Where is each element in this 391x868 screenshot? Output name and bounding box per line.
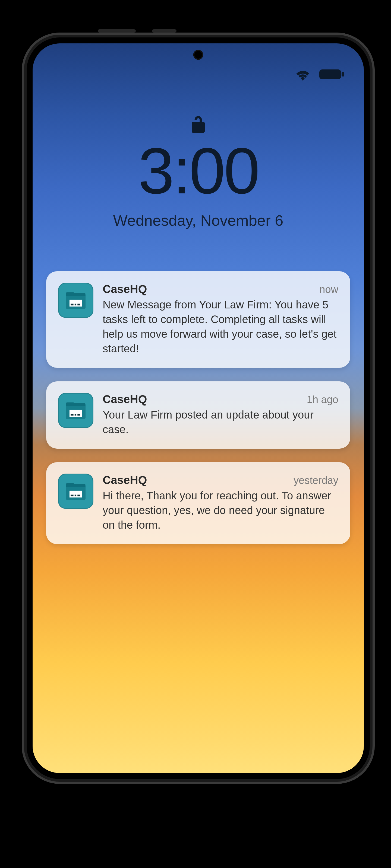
notification-app-name: CaseHQ	[103, 393, 147, 406]
battery-icon	[319, 68, 345, 82]
app-icon	[58, 283, 93, 318]
notification-card[interactable]: CaseHQ yesterday Hi there, Thank you for…	[46, 462, 350, 544]
notification-app-name: CaseHQ	[103, 283, 147, 296]
app-icon	[58, 393, 93, 428]
notification-timestamp: now	[319, 284, 338, 296]
notification-card[interactable]: CaseHQ 1h ago Your Law Firm posted an up…	[46, 381, 350, 448]
svg-rect-0	[319, 69, 341, 79]
notification-app-name: CaseHQ	[103, 474, 147, 487]
app-icon	[58, 474, 93, 509]
status-bar	[294, 68, 345, 82]
svg-rect-10	[69, 410, 82, 416]
svg-rect-4	[69, 300, 82, 307]
notification-message: Your Law Firm posted an update about you…	[103, 407, 338, 437]
phone-frame: 3:00 Wednesday, November 6	[22, 33, 375, 784]
front-camera	[193, 50, 203, 60]
svg-rect-1	[342, 72, 344, 76]
lockscreen-date: Wednesday, November 6	[33, 212, 364, 229]
notification-timestamp: yesterday	[294, 475, 338, 486]
phone-top-button	[152, 29, 176, 33]
svg-rect-5	[71, 304, 74, 305]
svg-rect-6	[75, 304, 76, 305]
svg-rect-12	[75, 414, 76, 415]
lockscreen-time: 3:00	[33, 138, 364, 204]
svg-rect-7	[77, 304, 80, 305]
notification-message: New Message from Your Law Firm: You have…	[103, 297, 338, 356]
unlock-icon	[189, 114, 207, 137]
notification-message: Hi there, Thank you for reaching out. To…	[103, 488, 338, 532]
notification-timestamp: 1h ago	[307, 394, 338, 405]
svg-rect-18	[75, 495, 76, 496]
svg-rect-19	[77, 495, 80, 496]
svg-rect-16	[69, 491, 82, 497]
notification-list: CaseHQ now New Message from Your Law Fir…	[46, 271, 350, 544]
phone-top-button	[98, 29, 136, 33]
notification-card[interactable]: CaseHQ now New Message from Your Law Fir…	[46, 271, 350, 368]
wifi-icon	[294, 68, 311, 82]
svg-rect-17	[71, 495, 74, 496]
svg-rect-13	[77, 414, 80, 415]
svg-rect-11	[71, 414, 74, 415]
phone-screen: 3:00 Wednesday, November 6	[33, 43, 364, 773]
